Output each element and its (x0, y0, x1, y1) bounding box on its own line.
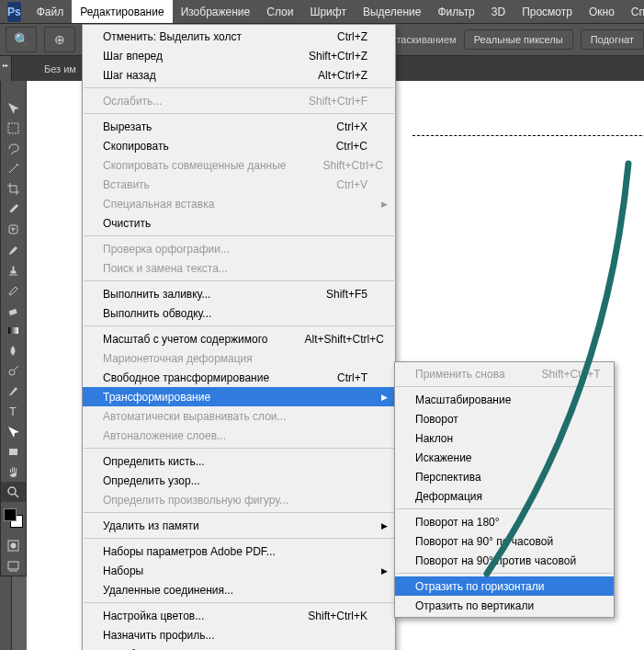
menu-bar: Ps ФайлРедактированиеИзображениеСлоиШриф… (0, 0, 644, 24)
screenmode-toggle[interactable] (1, 555, 26, 576)
tool-lasso[interactable] (1, 138, 26, 158)
transform-item-5[interactable]: Искажение (395, 448, 614, 467)
edit-item-19[interactable]: Масштаб с учетом содержимогоAlt+Shift+Ct… (83, 329, 395, 348)
tool-eyedrop[interactable] (1, 199, 26, 219)
tool-brush[interactable] (1, 239, 26, 259)
edit-item-26[interactable]: Определить кисть... (83, 451, 395, 471)
brush-icon (6, 243, 20, 257)
tool-wand[interactable] (1, 158, 26, 178)
menu-сп[interactable]: Сп (623, 0, 644, 23)
lasso-icon (6, 142, 20, 155)
tool-move[interactable] (1, 97, 26, 118)
transform-item-2[interactable]: Масштабирование (395, 390, 614, 409)
edit-item-21[interactable]: Свободное трансформированиеCtrl+T (83, 368, 395, 387)
svg-rect-6 (9, 449, 17, 455)
edit-item-22[interactable]: Трансформирование▶ (83, 387, 395, 406)
tool-path[interactable] (1, 421, 26, 441)
edit-item-28: Определить произвольную фигуру... (83, 490, 395, 509)
tool-crop[interactable] (1, 178, 26, 199)
menu-окно[interactable]: Окно (581, 0, 623, 23)
blur-icon (6, 344, 20, 358)
edit-item-1[interactable]: Шаг впередShift+Ctrl+Z (83, 46, 395, 65)
edit-item-0[interactable]: Отменить: Выделить холстCtrl+Z (83, 27, 395, 46)
dodge-icon (6, 364, 20, 378)
edit-item-11[interactable]: Очистить (83, 213, 395, 233)
tool-hand[interactable] (1, 462, 26, 482)
edit-item-38[interactable]: Преобразовать в профиль... (83, 644, 395, 650)
tool-blur[interactable] (1, 340, 26, 360)
menu-слои[interactable]: Слои (258, 0, 301, 23)
path-icon (6, 425, 20, 439)
tool-eraser[interactable] (1, 300, 26, 320)
stamp-icon (6, 263, 20, 277)
transform-item-14[interactable]: Отразить по вертикали (395, 596, 614, 615)
option-icon[interactable]: ⊕ (44, 27, 75, 52)
edit-item-23: Автоматически выравнивать слои... (83, 406, 395, 426)
menu-3d[interactable]: 3D (483, 0, 514, 23)
submenu-transform: Применить сноваShift+Ctrl+TМасштабирован… (394, 361, 615, 618)
eraser-icon (6, 303, 20, 317)
edit-item-16[interactable]: Выполнить заливку...Shift+F5 (83, 284, 395, 303)
tools-panel: T (0, 81, 27, 576)
transform-item-6[interactable]: Перспектива (395, 467, 614, 486)
menu-просмотр[interactable]: Просмотр (514, 0, 581, 23)
tool-history[interactable] (1, 279, 26, 300)
edit-item-2[interactable]: Шаг назадAlt+Ctrl+Z (83, 65, 395, 85)
crop-icon (6, 182, 20, 196)
edit-item-33[interactable]: Наборы▶ (83, 561, 395, 580)
fit-screen-button[interactable]: Подогнат (581, 29, 644, 50)
tool-pen[interactable] (1, 381, 26, 401)
options-hint: таскиванием (396, 34, 456, 45)
transform-item-7[interactable]: Деформация (395, 486, 614, 506)
svg-rect-3 (8, 327, 18, 334)
history-icon (6, 283, 20, 297)
quickmask-toggle[interactable] (1, 535, 26, 555)
zoom-icon (6, 485, 20, 499)
tool-rect[interactable] (1, 441, 26, 462)
marquee-icon (6, 121, 20, 135)
tool-marquee[interactable] (1, 118, 26, 138)
eyedrop-icon (6, 202, 20, 216)
transform-item-13[interactable]: Отразить по горизонтали (395, 576, 614, 596)
edit-item-36[interactable]: Настройка цветов...Shift+Ctrl+K (83, 606, 395, 625)
tool-stamp[interactable] (1, 259, 26, 279)
tool-dodge[interactable] (1, 360, 26, 381)
tool-gradient[interactable] (1, 320, 26, 340)
transform-item-3[interactable]: Поворот (395, 409, 614, 428)
tool-zoom[interactable] (1, 482, 26, 502)
transform-item-4[interactable]: Наклон (395, 428, 614, 448)
rect-icon (6, 445, 20, 459)
gradient-icon (6, 324, 20, 337)
menu-edit: Отменить: Выделить холстCtrl+ZШаг вперед… (82, 24, 396, 650)
edit-item-27[interactable]: Определить узор... (83, 471, 395, 490)
menu-выделение[interactable]: Выделение (355, 0, 430, 23)
app-logo: Ps (7, 2, 21, 22)
edit-item-37[interactable]: Назначить профиль... (83, 625, 395, 644)
svg-rect-0 (8, 123, 18, 133)
edit-item-17[interactable]: Выполнить обводку... (83, 303, 395, 323)
document-tab[interactable]: Без им (37, 63, 84, 74)
tool-heal[interactable] (1, 219, 26, 239)
transform-item-10[interactable]: Поворот на 90° по часовой (395, 531, 614, 551)
move-icon (6, 101, 20, 115)
color-swatches[interactable] (1, 506, 26, 533)
tool-type[interactable]: T (1, 401, 26, 421)
edit-item-4: Ослабить...Shift+Ctrl+F (83, 91, 395, 110)
menu-изображение[interactable]: Изображение (173, 0, 259, 23)
edit-item-32[interactable]: Наборы параметров Adobe PDF... (83, 542, 395, 561)
menu-фильтр[interactable]: Фильтр (429, 0, 482, 23)
edit-item-34[interactable]: Удаленные соединения... (83, 580, 395, 599)
edit-item-7[interactable]: СкопироватьCtrl+C (83, 136, 395, 155)
menu-редактирование[interactable]: Редактирование (72, 0, 172, 23)
menu-шрифт[interactable]: Шрифт (301, 0, 354, 23)
edit-item-30[interactable]: Удалить из памяти▶ (83, 516, 395, 535)
tool-preset-icon[interactable]: 🔍 (6, 27, 37, 52)
edit-item-24: Автоналожение слоев... (83, 426, 395, 445)
transform-item-11[interactable]: Поворот на 90° против часовой (395, 551, 614, 570)
pen-icon (6, 384, 20, 398)
selection-marquee (412, 135, 644, 136)
actual-pixels-button[interactable]: Реальные пикселы (464, 29, 573, 50)
transform-item-9[interactable]: Поворот на 180° (395, 512, 614, 531)
menu-файл[interactable]: Файл (28, 0, 73, 23)
edit-item-6[interactable]: ВырезатьCtrl+X (83, 117, 395, 136)
